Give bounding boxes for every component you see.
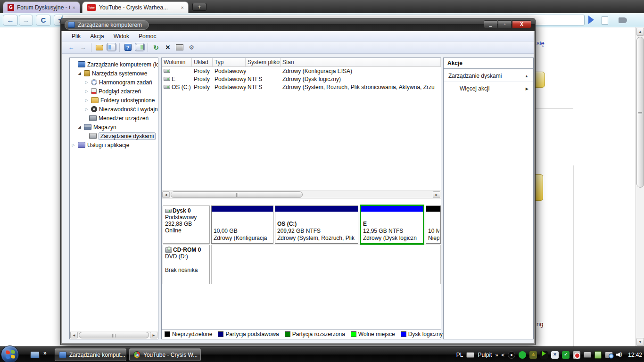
browser-back-button[interactable]: ←	[3, 15, 18, 26]
unallocated-space[interactable]: 10 M Niep	[426, 206, 441, 244]
column-header-stan[interactable]: Stan	[281, 58, 441, 66]
expander-closed-icon[interactable]: ▷	[84, 80, 89, 84]
up-folder-icon[interactable]	[94, 43, 105, 52]
tray-expand-arrow[interactable]: <	[502, 352, 504, 358]
tree-item-task-scheduler[interactable]: ▷ Harmonogram zadań	[71, 78, 158, 87]
volume-icon[interactable]	[616, 352, 624, 358]
minimize-button[interactable]: _	[484, 20, 497, 28]
expander-open-icon[interactable]: ◢	[77, 71, 82, 75]
tree-item-shared-folders[interactable]: ▷ Foldery udostępnione	[71, 96, 158, 105]
scrollbar-thumb[interactable]	[171, 191, 303, 198]
pane-splitter[interactable]	[158, 58, 161, 339]
tree-item-storage[interactable]: ◢ Magazyn	[71, 123, 158, 132]
clock[interactable]: 12:42	[628, 352, 642, 358]
volume-row[interactable]: E Prosty Podstawowy NTFS Zdrowy (Dysk lo…	[162, 75, 441, 83]
menu-akcja[interactable]: Akcja	[85, 32, 108, 41]
scroll-right-arrow[interactable]: ►	[433, 191, 440, 198]
wrench-menu-icon[interactable]	[619, 17, 627, 23]
tree-item-disk-management[interactable]: Zarządzanie dyskami	[71, 132, 158, 140]
quick-launch-icon[interactable]	[30, 351, 40, 358]
toolbar-overflow-chevron[interactable]: »	[43, 350, 47, 356]
steam-icon[interactable]: ●	[508, 351, 515, 359]
scrollbar-thumb[interactable]	[79, 332, 149, 338]
scrollbar-thumb[interactable]	[636, 37, 644, 188]
go-button[interactable]	[588, 16, 594, 24]
cdrom0-label[interactable]: CD-ROM 0 DVD (D:) Brak nośnika	[163, 245, 210, 284]
sync-app-icon[interactable]: ✕	[551, 351, 559, 359]
desktop-toolbar-chevron[interactable]: »	[495, 352, 498, 358]
show-action-pane-icon[interactable]	[134, 43, 145, 52]
window-titlebar[interactable]: Zarządzanie komputerem _ ▫ X	[61, 18, 535, 31]
scroll-up-arrow[interactable]: ▲	[636, 28, 644, 36]
taskbar-button-youtube[interactable]: YouTube - Crysis W...	[129, 348, 201, 361]
webpage-link-fragment[interactable]: się	[537, 40, 545, 47]
volume-row[interactable]: OS (C:) Prosty Podstawowy NTFS Zdrowy (S…	[162, 83, 441, 91]
forward-icon[interactable]: →	[78, 43, 88, 52]
tab-close-icon[interactable]: ×	[73, 5, 75, 10]
expander-open-icon[interactable]: ◢	[77, 125, 82, 129]
tree-item-system-tools[interactable]: ◢ Narzędzia systemowe	[71, 69, 158, 78]
taskbar-button-computer-management[interactable]: Zarządzanie komput...	[55, 348, 126, 361]
desktop-toolbar-label[interactable]: Pulpit	[478, 352, 492, 358]
tab-close-icon[interactable]: ×	[181, 5, 184, 10]
menu-plik[interactable]: Plik	[67, 32, 85, 41]
scroll-left-arrow[interactable]: ◄	[162, 191, 170, 198]
page-menu-icon[interactable]	[602, 16, 608, 25]
manage-gear-icon[interactable]: ⚙	[186, 43, 197, 52]
delete-icon[interactable]: ✕	[163, 43, 173, 52]
partition-os-c[interactable]: OS (C:) 209,92 GB NTFS Zdrowy (System, R…	[275, 206, 358, 244]
refresh-icon[interactable]: ↻	[151, 43, 161, 52]
browser-tab-forum[interactable]: G Forum Dyskusyjne - Gry-... ×	[3, 1, 80, 13]
scroll-down-arrow[interactable]: ▼	[636, 338, 644, 346]
webpage-yellow-button[interactable]	[536, 72, 545, 88]
menu-widok[interactable]: Widok	[109, 32, 134, 41]
network-icon[interactable]	[605, 352, 613, 358]
tree-item-performance[interactable]: ▷ Niezawodność i wydajn	[71, 105, 158, 114]
actions-group-disk-management[interactable]: Zarządzanie dyskami ▲	[444, 69, 533, 82]
expander-closed-icon[interactable]: ▷	[84, 89, 89, 93]
new-tab-button[interactable]: +	[192, 3, 206, 11]
menu-pomoc[interactable]: Pomoc	[134, 32, 161, 41]
browser-vertical-scrollbar[interactable]: ▲ ▼	[636, 27, 644, 346]
browser-forward-button[interactable]: →	[19, 15, 33, 26]
tree-item-computer-management[interactable]: Zarządzanie komputerem (loka	[71, 60, 158, 69]
volume-row[interactable]: Prosty Podstawowy Zdrowy (Konfiguracja E…	[162, 67, 441, 75]
play-app-icon[interactable]	[540, 351, 548, 359]
volume-list-horizontal-scrollbar[interactable]: ◄ ►	[162, 190, 441, 198]
help-icon[interactable]: ?	[123, 43, 133, 52]
start-button[interactable]	[1, 346, 19, 362]
blocked-app-icon[interactable]	[573, 351, 580, 359]
tree-item-device-manager[interactable]: Menedżer urządzeń	[71, 114, 158, 123]
expander-closed-icon[interactable]: ▷	[71, 143, 76, 147]
tree-item-event-viewer[interactable]: ▷ Podgląd zdarzeń	[71, 87, 158, 96]
partition-eisa[interactable]: 10,00 GB Zdrowy (Konfiguracja	[211, 206, 273, 244]
column-header-typ[interactable]: Typ	[213, 58, 246, 66]
browser-tab-youtube[interactable]: Tube YouTube - Crysis Warhea... ×	[82, 1, 189, 13]
collapse-arrow-icon[interactable]: ▲	[525, 74, 528, 78]
show-console-tree-icon[interactable]	[106, 43, 116, 52]
column-header-wolumin[interactable]: Wolumin	[162, 58, 192, 66]
webpage-yellow-button[interactable]	[536, 174, 543, 201]
scroll-left-arrow[interactable]: ◄	[70, 332, 78, 338]
back-icon[interactable]: ←	[66, 43, 76, 52]
scroll-right-arrow[interactable]: ►	[150, 332, 157, 338]
expander-closed-icon[interactable]: ▷	[84, 107, 89, 111]
keyboard-icon[interactable]	[466, 352, 474, 358]
power-battery-icon[interactable]	[594, 351, 602, 359]
display-app-icon[interactable]	[584, 352, 591, 358]
check-app-icon[interactable]: ✓	[562, 351, 570, 359]
more-actions-item[interactable]: Więcej akcji ▶	[444, 82, 533, 94]
tree-item-services[interactable]: ▷ Usługi i aplikacje	[71, 140, 158, 149]
browser-reload-button[interactable]: C	[36, 15, 51, 26]
properties-icon[interactable]	[174, 43, 185, 52]
green-app-icon[interactable]	[519, 351, 526, 359]
column-header-system-plikow[interactable]: System plików	[246, 58, 281, 66]
close-button[interactable]: X	[512, 20, 531, 28]
disk0-label[interactable]: Dysk 0 Podstawowy 232,88 GB Online	[163, 206, 210, 244]
column-header-uklad[interactable]: Układ	[192, 58, 213, 66]
expander-closed-icon[interactable]: ▷	[84, 98, 89, 102]
tree-horizontal-scrollbar[interactable]: ◄ ►	[70, 331, 158, 339]
language-indicator[interactable]: PL	[456, 352, 463, 358]
partition-e-logical[interactable]: E 12,95 GB NTFS Zdrowy (Dysk logiczn	[360, 205, 424, 245]
alert-app-icon[interactable]: ⚠	[529, 351, 537, 359]
